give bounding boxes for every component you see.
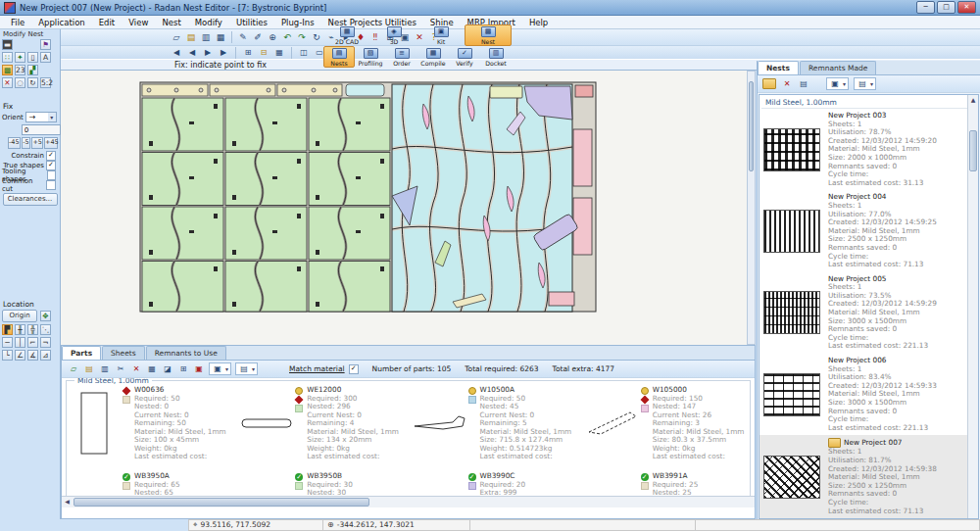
open-icon[interactable]: ▤ (185, 31, 197, 43)
menu-help[interactable]: Help (522, 18, 555, 27)
clearances-button[interactable]: Clearances... (3, 193, 58, 206)
align-center-icon[interactable]: ╬ (27, 324, 38, 335)
align-edge-icon[interactable]: ╫ (15, 324, 25, 335)
tooling-shapes-checkbox[interactable] (47, 170, 56, 180)
angle-input[interactable] (22, 124, 61, 135)
docket-button[interactable]: ▥ Docket (480, 46, 512, 68)
fill-icon[interactable]: ▞ (27, 65, 38, 75)
text-tool-icon[interactable]: A (40, 52, 51, 63)
tab-remnants-to-use[interactable]: Remnants to Use (146, 346, 226, 360)
nest-item[interactable]: New Project 005 Sheets: 1Utilisation: 73… (760, 272, 978, 354)
thumb-view-dropdown[interactable]: ▣▾ (826, 77, 849, 90)
compile-button[interactable]: ▦ Compile (417, 46, 449, 68)
delete-icon[interactable]: ✕ (2, 77, 13, 88)
canvas-vertical-scrollbar[interactable] (747, 71, 756, 345)
align-h-icon[interactable]: ─ (2, 337, 13, 348)
view-mode-dropdown[interactable]: ▤▾ (235, 362, 258, 375)
detail-view-dropdown[interactable]: ▤▾ (854, 77, 876, 90)
pair-icon[interactable]: 23 (15, 65, 25, 75)
scroll-left-icon[interactable]: ◀ (62, 497, 73, 507)
menu-nest[interactable]: Nest (155, 18, 187, 27)
open-nest-icon[interactable] (762, 78, 776, 89)
rotate-icon[interactable]: ↻ (27, 77, 38, 88)
corner-tr-icon[interactable]: ¬ (40, 337, 51, 348)
part-card[interactable]: W00636 Required: 50Nested: 0Current Nest… (64, 384, 234, 470)
remove-part-icon[interactable]: ✕ (130, 364, 142, 374)
nest-canvas[interactable] (61, 71, 747, 345)
common-cut-checkbox[interactable] (46, 180, 56, 190)
sheet-props-icon[interactable]: ⊟ (258, 48, 270, 58)
array-icon[interactable]: ∷ (2, 52, 13, 63)
snap-icon[interactable]: ⊕ (267, 31, 278, 43)
next-sheet-icon[interactable]: ▶ (202, 48, 214, 58)
nest-tool-icon[interactable]: ▬ (2, 39, 13, 50)
menu-file[interactable]: File (4, 18, 31, 27)
maximize-button[interactable]: □ (937, 1, 956, 14)
nests-button[interactable]: ▤ Nests (323, 46, 355, 68)
profiling-button[interactable]: ▧ Profiling (355, 46, 386, 68)
undo-icon[interactable]: ↶ (281, 31, 293, 43)
corner-tl-icon[interactable]: ⌐ (27, 337, 38, 348)
rotate-plus5-button[interactable]: +5 (31, 137, 43, 149)
prev-sheet-icon[interactable]: ◀ (186, 48, 198, 58)
window-split-icon[interactable]: ◫ (298, 48, 310, 58)
angle3-icon[interactable]: ⊿ (40, 350, 51, 361)
align-v-icon[interactable]: │ (15, 337, 25, 348)
add-part-icon[interactable]: ▱ (68, 364, 79, 374)
refresh-icon[interactable]: ↻ (311, 31, 322, 43)
flag-icon[interactable]: ⚑ (40, 39, 51, 50)
nest-item[interactable]: New Project 006 Sheets: 1Utilisation: 83… (760, 354, 978, 435)
align-corner-icon[interactable]: ▛ (2, 324, 13, 335)
tab-parts[interactable]: Parts (62, 346, 101, 360)
menu-utilities[interactable]: Utilities (229, 18, 274, 27)
nest-item[interactable]: New Project 004 Sheets: 1Utilisation: 77… (760, 190, 978, 271)
edit-part-icon[interactable]: ▥ (99, 364, 111, 374)
nest-item-selected[interactable]: New Project 007 Sheets: 1Utilisation: 81… (760, 435, 978, 518)
true-shapes-checkbox[interactable]: ✓ (46, 161, 56, 170)
close-button[interactable]: ✕ (957, 1, 976, 14)
menu-modify[interactable]: Modify (188, 18, 229, 27)
tab-sheets[interactable]: Sheets (102, 346, 145, 360)
nests-vertical-scrollbar[interactable]: ▲ (967, 95, 978, 518)
order-button[interactable]: ≡ Order (386, 46, 417, 68)
place-part-icon[interactable]: ▩ (2, 65, 13, 75)
scroll-up-icon[interactable]: ▲ (968, 95, 978, 105)
nest-item[interactable]: New Project 003 Sheets: 1Utilisation: 78… (760, 109, 978, 190)
view-size-dropdown[interactable]: ▣▾ (209, 362, 231, 375)
part-table-icon[interactable]: ⊞ (177, 364, 189, 374)
sheet-icon[interactable]: ▯ (27, 52, 38, 63)
part-delete-all-icon[interactable]: ▣ (193, 364, 205, 374)
scrollbar-thumb[interactable] (74, 498, 369, 507)
tab-remnants-made[interactable]: Remnants Made (800, 61, 877, 74)
angle-icon[interactable]: ∠ (15, 350, 25, 361)
menu-plugins[interactable]: Plug-Ins (274, 18, 321, 27)
orient-dropdown[interactable]: → ▾ (25, 112, 57, 122)
match-material-checkbox[interactable]: ✓ (349, 364, 359, 374)
grid-icon[interactable]: ▦ (273, 48, 285, 58)
menu-edit[interactable]: Edit (92, 18, 122, 27)
redo-icon[interactable]: ↷ (296, 31, 308, 43)
part-props-icon[interactable]: ▦ (146, 364, 158, 374)
sequence-icon[interactable]: 5:2 (40, 77, 51, 88)
menu-view[interactable]: View (122, 18, 155, 27)
part-card[interactable]: WE12000 Required: 300Nested: 296Current … (236, 384, 407, 470)
rotate-plus45-button[interactable]: +45 (44, 137, 58, 149)
scrollbar-thumb[interactable] (969, 130, 977, 171)
rotate-minus45-button[interactable]: -45 (8, 137, 21, 149)
draw-icon[interactable]: ✎ (237, 31, 249, 43)
parts-horizontal-scrollbar[interactable]: ◀ (62, 496, 755, 507)
print-icon[interactable]: ▦ (215, 31, 226, 43)
last-sheet-icon[interactable]: ▶ (218, 48, 229, 58)
rotate-minus5-button[interactable]: -5 (22, 137, 31, 149)
cluster-icon[interactable]: ✦ (15, 52, 25, 63)
copy-part-icon[interactable]: ✂ (115, 364, 126, 374)
verify-button[interactable]: ✓ Verify (449, 46, 480, 68)
kit-button[interactable]: ▣ Kit (417, 24, 465, 46)
part-card[interactable]: W10500A Required: 50Nested: 45Current Ne… (410, 384, 580, 470)
delete-nest-icon[interactable]: ✕ (781, 79, 793, 89)
menu-application[interactable]: Application (31, 18, 92, 27)
corner-bl-icon[interactable]: └ (2, 350, 13, 361)
edit-icon[interactable]: ✐ (252, 31, 264, 43)
angle2-icon[interactable]: ∡ (27, 350, 38, 361)
cad-3d-button[interactable]: ◈ 3D (370, 24, 417, 46)
